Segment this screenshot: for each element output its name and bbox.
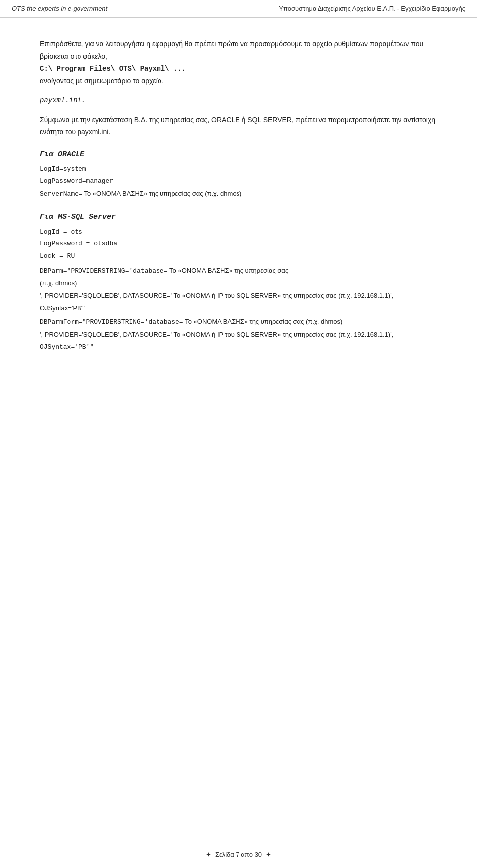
page-footer: ✦ Σελίδα 7 από 30 ✦ [0,851,477,858]
payxml-ini-label: payxml.ini. [40,96,85,104]
oracle-servername-suffix: Το «ΟΝΟΜΑ ΒΑΣΗΣ» της υπηρεσίας σας (π.χ.… [82,190,242,197]
header-right-text: Υποσύστημα Διαχείρισης Αρχείου Ε.Α.Π. - … [279,5,465,12]
dbparm-prefix: DBParm="PROVIDERSTRING='database= [40,267,167,275]
intro-text-part1: Επιπρόσθετα, για να λειτουργήσει η εφαρμ… [40,40,423,60]
main-content: Επιπρόσθετα, για να λειτουργήσει η εφαρμ… [0,18,477,388]
intro-paragraph-2: Σύμφωνα με την εγκατάσταση Β.Δ. της υπηρ… [40,114,437,138]
intro-text-part2: ανοίγοντας με σημειωματάριο το αρχείο. [40,77,163,85]
mssql-section: Για MS-SQL Server LogId = ots LogPasswor… [40,213,437,354]
dbparm-suffix-text: (π.χ. dhmos) [40,279,77,287]
dbparmform-line1: DBParmForm="PROVIDERSTRING='database= Το… [40,316,437,329]
dbparm-line1: DBParm="PROVIDERSTRING='database= Το «ΟΝ… [40,265,437,278]
page-header: OTS the experts in e-government Υποσύστη… [0,0,477,18]
oracle-heading: Για ORACLE [40,150,437,158]
mssql-logpassword: LogPassword = otsdba [40,238,437,250]
dbparm-line2: ', PROVIDER='SQLOLEDB', DATASOURCE=' Το … [40,290,437,314]
mssql-logid: LogId = ots [40,226,437,238]
dbparm-to: Το «ΟΝΟΜΑ ΒΑΣΗΣ» της υπηρεσίας σας [167,267,288,274]
dbparmform-line2: ', PROVIDER='SQLOLEDB', DATASOURCE=' Το … [40,329,437,341]
oracle-servername-prefix: ServerName= [40,190,82,198]
dbparm-block: DBParm="PROVIDERSTRING='database= Το «ΟΝ… [40,265,437,315]
code-path: C:\ Program Files\ OTS\ Payxml\ ... [40,65,186,73]
intro-paragraph-1: Επιπρόσθετα, για να λειτουργήσει η εφαρμ… [40,38,437,87]
dbparmform-line2-text: ', PROVIDER='SQLOLEDB', DATASOURCE=' Το … [40,331,393,338]
dbparm-suffix-line: (π.χ. dhmos) [40,277,437,290]
header-left-text: OTS the experts in e-government [12,5,107,12]
dbparm-line2-text: ', PROVIDER='SQLOLEDB', DATASOURCE=' Το … [40,292,393,312]
dbparmform-block: DBParmForm="PROVIDERSTRING='database= Το… [40,316,437,353]
mssql-lock: Lock = RU [40,250,437,263]
mssql-heading: Για MS-SQL Server [40,213,437,221]
dbparmform-prefix: DBParmForm="PROVIDERSTRING='database= [40,318,183,326]
ojsyntax-line: OJSyntax='PB'" [40,341,437,354]
dbparmform-to: Το «ΟΝΟΜΑ ΒΑΣΗΣ» της υπηρεσίας σας (π.χ.… [183,318,343,325]
oracle-servername: ServerName= Το «ΟΝΟΜΑ ΒΑΣΗΣ» της υπηρεσί… [40,188,437,201]
intro-text-para2: Σύμφωνα με την εγκατάσταση Β.Δ. της υπηρ… [40,116,435,136]
footer-bullet-left: ✦ [206,851,211,858]
footer-bullet-right: ✦ [266,851,271,858]
footer-text: Σελίδα 7 από 30 [215,851,262,858]
oracle-section: Για ORACLE LogId=system LogPassword=mana… [40,150,437,201]
oracle-logid: LogId=system [40,163,437,176]
oracle-logpassword: LogPassword=manager [40,175,437,188]
payxml-ini-text: payxml.ini. [40,94,437,107]
